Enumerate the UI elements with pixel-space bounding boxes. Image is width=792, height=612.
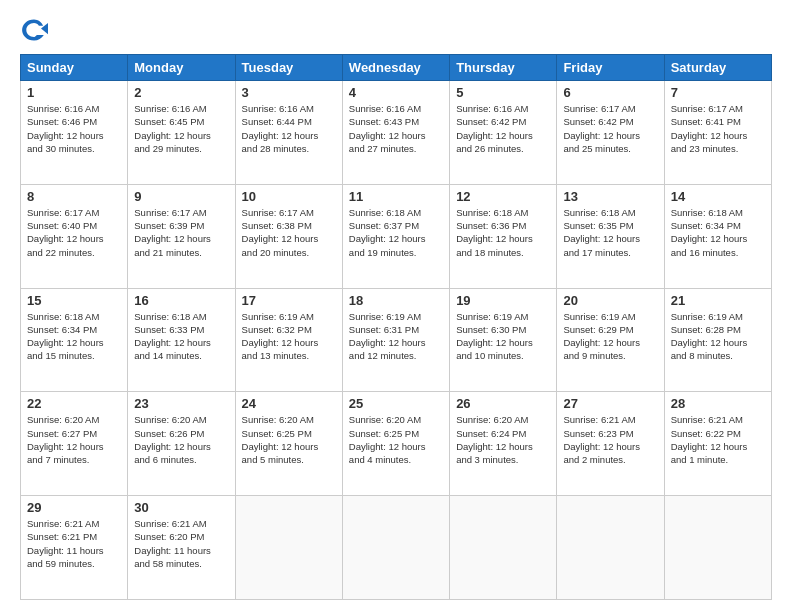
week-row-5: 29Sunrise: 6:21 AMSunset: 6:21 PMDayligh… (21, 496, 772, 600)
day-number: 7 (671, 85, 765, 100)
day-number: 1 (27, 85, 121, 100)
day-detail: Sunrise: 6:17 AMSunset: 6:40 PMDaylight:… (27, 206, 121, 259)
calendar-cell: 11Sunrise: 6:18 AMSunset: 6:37 PMDayligh… (342, 184, 449, 288)
calendar-cell: 7Sunrise: 6:17 AMSunset: 6:41 PMDaylight… (664, 81, 771, 185)
day-detail: Sunrise: 6:19 AMSunset: 6:31 PMDaylight:… (349, 310, 443, 363)
day-detail: Sunrise: 6:19 AMSunset: 6:29 PMDaylight:… (563, 310, 657, 363)
week-row-3: 15Sunrise: 6:18 AMSunset: 6:34 PMDayligh… (21, 288, 772, 392)
calendar-cell (235, 496, 342, 600)
day-number: 13 (563, 189, 657, 204)
calendar-cell: 13Sunrise: 6:18 AMSunset: 6:35 PMDayligh… (557, 184, 664, 288)
weekday-header-tuesday: Tuesday (235, 55, 342, 81)
day-detail: Sunrise: 6:16 AMSunset: 6:44 PMDaylight:… (242, 102, 336, 155)
day-number: 5 (456, 85, 550, 100)
day-number: 24 (242, 396, 336, 411)
day-detail: Sunrise: 6:16 AMSunset: 6:46 PMDaylight:… (27, 102, 121, 155)
calendar-cell: 12Sunrise: 6:18 AMSunset: 6:36 PMDayligh… (450, 184, 557, 288)
calendar-cell: 22Sunrise: 6:20 AMSunset: 6:27 PMDayligh… (21, 392, 128, 496)
day-detail: Sunrise: 6:19 AMSunset: 6:28 PMDaylight:… (671, 310, 765, 363)
weekday-header-wednesday: Wednesday (342, 55, 449, 81)
day-number: 26 (456, 396, 550, 411)
day-detail: Sunrise: 6:16 AMSunset: 6:45 PMDaylight:… (134, 102, 228, 155)
day-number: 29 (27, 500, 121, 515)
day-number: 21 (671, 293, 765, 308)
day-detail: Sunrise: 6:18 AMSunset: 6:34 PMDaylight:… (27, 310, 121, 363)
week-row-4: 22Sunrise: 6:20 AMSunset: 6:27 PMDayligh… (21, 392, 772, 496)
day-number: 11 (349, 189, 443, 204)
page: SundayMondayTuesdayWednesdayThursdayFrid… (0, 0, 792, 612)
day-detail: Sunrise: 6:20 AMSunset: 6:26 PMDaylight:… (134, 413, 228, 466)
day-number: 12 (456, 189, 550, 204)
logo (20, 16, 52, 44)
weekday-header-sunday: Sunday (21, 55, 128, 81)
day-number: 15 (27, 293, 121, 308)
day-detail: Sunrise: 6:20 AMSunset: 6:27 PMDaylight:… (27, 413, 121, 466)
calendar-cell: 24Sunrise: 6:20 AMSunset: 6:25 PMDayligh… (235, 392, 342, 496)
day-number: 19 (456, 293, 550, 308)
calendar-cell: 10Sunrise: 6:17 AMSunset: 6:38 PMDayligh… (235, 184, 342, 288)
calendar-cell: 9Sunrise: 6:17 AMSunset: 6:39 PMDaylight… (128, 184, 235, 288)
calendar-cell (664, 496, 771, 600)
day-number: 14 (671, 189, 765, 204)
day-number: 2 (134, 85, 228, 100)
calendar-cell: 27Sunrise: 6:21 AMSunset: 6:23 PMDayligh… (557, 392, 664, 496)
day-detail: Sunrise: 6:17 AMSunset: 6:41 PMDaylight:… (671, 102, 765, 155)
day-number: 4 (349, 85, 443, 100)
day-number: 30 (134, 500, 228, 515)
calendar-cell: 23Sunrise: 6:20 AMSunset: 6:26 PMDayligh… (128, 392, 235, 496)
calendar-cell: 18Sunrise: 6:19 AMSunset: 6:31 PMDayligh… (342, 288, 449, 392)
weekday-header-monday: Monday (128, 55, 235, 81)
day-number: 20 (563, 293, 657, 308)
calendar-cell: 19Sunrise: 6:19 AMSunset: 6:30 PMDayligh… (450, 288, 557, 392)
day-number: 23 (134, 396, 228, 411)
calendar-cell (557, 496, 664, 600)
day-detail: Sunrise: 6:21 AMSunset: 6:22 PMDaylight:… (671, 413, 765, 466)
calendar-cell: 20Sunrise: 6:19 AMSunset: 6:29 PMDayligh… (557, 288, 664, 392)
day-number: 9 (134, 189, 228, 204)
day-detail: Sunrise: 6:18 AMSunset: 6:37 PMDaylight:… (349, 206, 443, 259)
day-number: 16 (134, 293, 228, 308)
day-detail: Sunrise: 6:18 AMSunset: 6:36 PMDaylight:… (456, 206, 550, 259)
day-number: 10 (242, 189, 336, 204)
day-number: 28 (671, 396, 765, 411)
day-number: 17 (242, 293, 336, 308)
logo-icon (20, 16, 48, 44)
calendar-cell: 2Sunrise: 6:16 AMSunset: 6:45 PMDaylight… (128, 81, 235, 185)
calendar-cell: 8Sunrise: 6:17 AMSunset: 6:40 PMDaylight… (21, 184, 128, 288)
week-row-2: 8Sunrise: 6:17 AMSunset: 6:40 PMDaylight… (21, 184, 772, 288)
day-number: 3 (242, 85, 336, 100)
day-detail: Sunrise: 6:18 AMSunset: 6:34 PMDaylight:… (671, 206, 765, 259)
calendar-cell: 17Sunrise: 6:19 AMSunset: 6:32 PMDayligh… (235, 288, 342, 392)
calendar-cell: 25Sunrise: 6:20 AMSunset: 6:25 PMDayligh… (342, 392, 449, 496)
day-detail: Sunrise: 6:17 AMSunset: 6:38 PMDaylight:… (242, 206, 336, 259)
day-detail: Sunrise: 6:18 AMSunset: 6:33 PMDaylight:… (134, 310, 228, 363)
day-detail: Sunrise: 6:16 AMSunset: 6:42 PMDaylight:… (456, 102, 550, 155)
calendar-cell (450, 496, 557, 600)
day-detail: Sunrise: 6:16 AMSunset: 6:43 PMDaylight:… (349, 102, 443, 155)
calendar-cell: 26Sunrise: 6:20 AMSunset: 6:24 PMDayligh… (450, 392, 557, 496)
day-number: 22 (27, 396, 121, 411)
day-detail: Sunrise: 6:17 AMSunset: 6:39 PMDaylight:… (134, 206, 228, 259)
calendar-cell: 29Sunrise: 6:21 AMSunset: 6:21 PMDayligh… (21, 496, 128, 600)
day-detail: Sunrise: 6:19 AMSunset: 6:30 PMDaylight:… (456, 310, 550, 363)
day-detail: Sunrise: 6:21 AMSunset: 6:20 PMDaylight:… (134, 517, 228, 570)
day-detail: Sunrise: 6:20 AMSunset: 6:24 PMDaylight:… (456, 413, 550, 466)
calendar-cell (342, 496, 449, 600)
weekday-header-thursday: Thursday (450, 55, 557, 81)
calendar-cell: 3Sunrise: 6:16 AMSunset: 6:44 PMDaylight… (235, 81, 342, 185)
day-detail: Sunrise: 6:20 AMSunset: 6:25 PMDaylight:… (349, 413, 443, 466)
week-row-1: 1Sunrise: 6:16 AMSunset: 6:46 PMDaylight… (21, 81, 772, 185)
calendar-cell: 15Sunrise: 6:18 AMSunset: 6:34 PMDayligh… (21, 288, 128, 392)
calendar-cell: 5Sunrise: 6:16 AMSunset: 6:42 PMDaylight… (450, 81, 557, 185)
calendar-cell: 1Sunrise: 6:16 AMSunset: 6:46 PMDaylight… (21, 81, 128, 185)
day-detail: Sunrise: 6:21 AMSunset: 6:21 PMDaylight:… (27, 517, 121, 570)
calendar-cell: 21Sunrise: 6:19 AMSunset: 6:28 PMDayligh… (664, 288, 771, 392)
day-detail: Sunrise: 6:21 AMSunset: 6:23 PMDaylight:… (563, 413, 657, 466)
calendar-cell: 14Sunrise: 6:18 AMSunset: 6:34 PMDayligh… (664, 184, 771, 288)
day-number: 18 (349, 293, 443, 308)
day-number: 8 (27, 189, 121, 204)
day-detail: Sunrise: 6:18 AMSunset: 6:35 PMDaylight:… (563, 206, 657, 259)
day-number: 6 (563, 85, 657, 100)
calendar-cell: 6Sunrise: 6:17 AMSunset: 6:42 PMDaylight… (557, 81, 664, 185)
calendar-cell: 4Sunrise: 6:16 AMSunset: 6:43 PMDaylight… (342, 81, 449, 185)
